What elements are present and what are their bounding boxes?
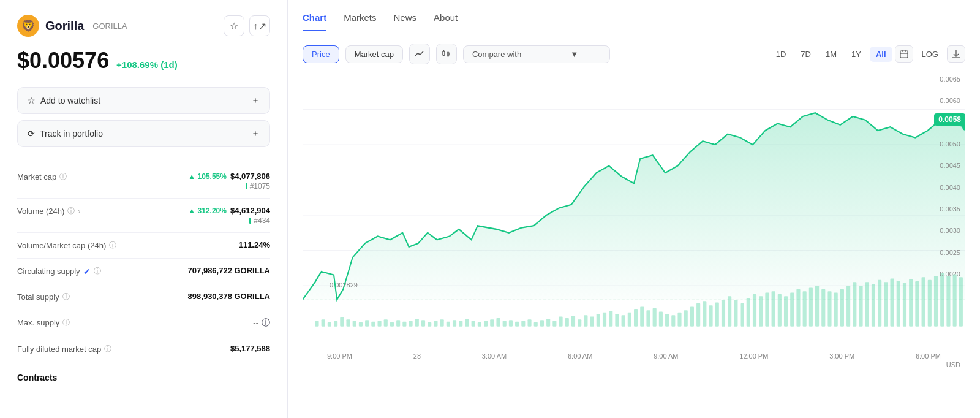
info-icon-max[interactable]: ⓘ xyxy=(62,317,70,328)
current-price-badge: 0.0058 xyxy=(934,113,965,126)
star-icon: ☆ xyxy=(28,96,36,105)
info-icon-circ[interactable]: ⓘ xyxy=(94,266,101,276)
usd-label: USD xyxy=(303,361,965,368)
chevron-down-icon: ▼ xyxy=(570,50,578,59)
watchlist-star-button[interactable]: ☆ xyxy=(224,15,244,36)
time-1y[interactable]: 1Y xyxy=(845,47,867,62)
time-7d[interactable]: 7D xyxy=(794,47,817,62)
plus-icon: ＋ xyxy=(251,95,260,106)
action-buttons: ☆ Add to watchlist ＋ ⟳ Track in portfoli… xyxy=(17,87,270,147)
left-panel: 🦁 Gorilla GORILLA ☆ ↑↗ $0.00576 +108.69%… xyxy=(0,0,288,418)
stat-label-volume: Volume (24h) xyxy=(17,207,64,216)
track-portfolio-button[interactable]: ⟳ Track in portfolio ＋ xyxy=(17,120,270,147)
tab-news[interactable]: News xyxy=(394,12,417,31)
svg-rect-107 xyxy=(859,286,862,327)
svg-rect-93 xyxy=(772,291,775,327)
stat-label-circ: Circulating supply xyxy=(17,267,80,276)
chart-controls: Price Market cap Compare with ▼ xyxy=(303,44,965,64)
marketcap-change: ▲ 105.55% xyxy=(188,172,227,181)
download-icon-button[interactable] xyxy=(947,45,965,63)
time-1m[interactable]: 1M xyxy=(820,47,843,62)
info-icon-total[interactable]: ⓘ xyxy=(62,292,70,302)
svg-rect-51 xyxy=(509,320,513,326)
info-icon-vol-mcap[interactable]: ⓘ xyxy=(109,240,116,251)
svg-rect-63 xyxy=(584,315,587,326)
chart-area: 0.0065 0.0060 0.0055 0.0050 0.0045 0.004… xyxy=(303,74,965,356)
tab-about[interactable]: About xyxy=(434,12,458,31)
stat-label-fdmc: Fully diluted market cap xyxy=(17,344,101,354)
svg-rect-117 xyxy=(922,277,925,327)
svg-rect-22 xyxy=(328,322,331,327)
add-to-watchlist-button[interactable]: ☆ Add to watchlist ＋ xyxy=(17,87,270,114)
svg-rect-26 xyxy=(353,321,356,327)
svg-rect-48 xyxy=(490,319,494,327)
calendar-icon-button[interactable] xyxy=(895,45,913,63)
marketcap-value: $4,077,806 xyxy=(230,172,270,181)
svg-rect-29 xyxy=(371,322,375,327)
right-panel: Chart Markets News About Price Market ca… xyxy=(288,0,980,418)
svg-rect-0 xyxy=(443,51,445,55)
svg-rect-57 xyxy=(546,319,550,327)
svg-rect-114 xyxy=(903,283,907,326)
svg-rect-108 xyxy=(865,282,869,326)
svg-rect-30 xyxy=(377,321,381,327)
svg-rect-101 xyxy=(821,289,825,327)
svg-rect-90 xyxy=(753,294,756,327)
stat-row-max-supply: Max. supply ⓘ -- ⓘ xyxy=(17,310,270,336)
svg-rect-84 xyxy=(715,303,719,327)
svg-rect-43 xyxy=(459,321,462,327)
stat-row-total-supply: Total supply ⓘ 898,930,378 GORILLA xyxy=(17,284,270,310)
tab-chart[interactable]: Chart xyxy=(303,12,326,31)
svg-rect-45 xyxy=(472,321,475,327)
share-button[interactable]: ↑↗ xyxy=(249,15,270,36)
compare-dropdown[interactable]: Compare with ▼ xyxy=(463,45,610,63)
info-icon-volume[interactable]: ⓘ xyxy=(67,206,75,216)
log-button[interactable]: LOG xyxy=(916,47,944,62)
svg-rect-110 xyxy=(878,280,881,327)
time-1d[interactable]: 1D xyxy=(770,47,793,62)
info-icon-fdmc[interactable]: ⓘ xyxy=(104,344,111,354)
stat-row-fdmc: Fully diluted market cap ⓘ $5,177,588 xyxy=(17,336,270,362)
svg-rect-44 xyxy=(465,319,469,327)
svg-rect-78 xyxy=(677,313,681,327)
coin-title: 🦁 Gorilla GORILLA xyxy=(17,15,127,37)
coin-symbol: GORILLA xyxy=(92,21,127,31)
svg-rect-27 xyxy=(359,322,363,327)
price-button[interactable]: Price xyxy=(303,45,339,63)
svg-rect-23 xyxy=(334,321,337,327)
tab-markets[interactable]: Markets xyxy=(344,12,376,31)
svg-rect-79 xyxy=(684,310,688,326)
svg-rect-32 xyxy=(390,322,394,327)
time-all[interactable]: All xyxy=(870,47,892,62)
candle-chart-icon-button[interactable] xyxy=(436,44,457,64)
stat-row-vol-mcap: Volume/Market cap (24h) ⓘ 111.24% xyxy=(17,233,270,259)
svg-rect-25 xyxy=(346,319,350,327)
svg-rect-88 xyxy=(741,303,744,327)
svg-rect-31 xyxy=(384,319,388,327)
stat-label-total: Total supply xyxy=(17,292,59,302)
price-chart-svg xyxy=(303,74,965,356)
volume-chevron[interactable]: › xyxy=(78,207,80,216)
svg-rect-38 xyxy=(428,322,431,327)
svg-rect-122 xyxy=(953,275,957,327)
svg-rect-86 xyxy=(728,296,731,326)
fdmc-value: $5,177,588 xyxy=(230,344,270,353)
svg-rect-68 xyxy=(615,314,619,327)
svg-rect-49 xyxy=(496,318,500,327)
svg-rect-73 xyxy=(646,310,650,326)
svg-rect-56 xyxy=(540,320,544,326)
svg-rect-92 xyxy=(765,293,769,327)
line-chart-icon-button[interactable] xyxy=(409,44,430,64)
svg-rect-111 xyxy=(884,282,888,326)
marketcap-button[interactable]: Market cap xyxy=(345,45,403,63)
coin-header: 🦁 Gorilla GORILLA ☆ ↑↗ xyxy=(17,15,270,37)
svg-rect-37 xyxy=(421,320,425,326)
info-icon-marketcap[interactable]: ⓘ xyxy=(59,172,67,182)
svg-rect-81 xyxy=(696,303,700,327)
svg-rect-34 xyxy=(402,322,406,327)
volume-change: ▲ 312.20% xyxy=(188,207,227,215)
svg-rect-80 xyxy=(690,307,694,327)
compare-placeholder: Compare with xyxy=(472,50,521,59)
svg-rect-1 xyxy=(447,53,449,55)
info-icon-max2[interactable]: ⓘ xyxy=(262,317,270,329)
